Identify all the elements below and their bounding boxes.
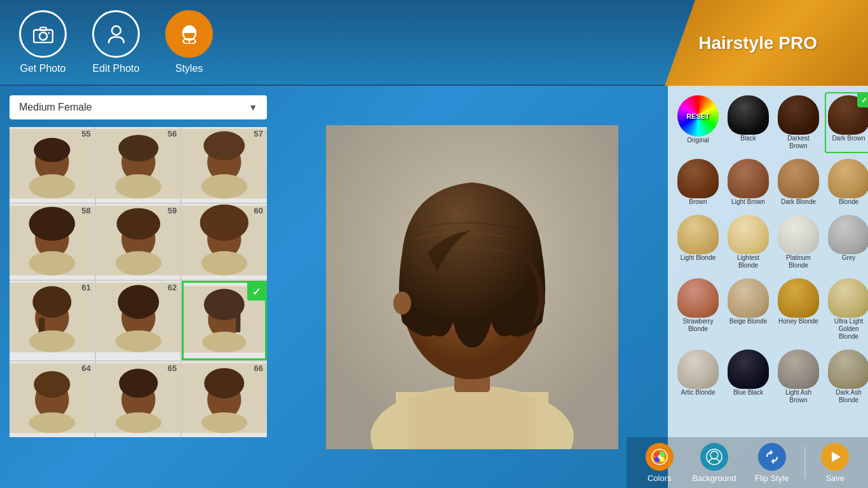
style-cell-56[interactable]: 56 (96, 127, 181, 203)
main-content: Medium Female ▼ 55 (0, 86, 868, 488)
get-photo-label: Get Photo (20, 63, 65, 74)
nav-styles[interactable]: Styles (165, 10, 213, 74)
swatch-label-platinum: Platinum Blonde (778, 254, 819, 269)
photo-frame (326, 125, 618, 449)
styles-grid: 55 56 57 (10, 127, 267, 437)
svg-rect-2 (40, 27, 46, 30)
style-num-66: 66 (254, 363, 263, 373)
action-background[interactable]: Background (686, 440, 742, 486)
colors-label: Colors (648, 473, 672, 483)
nav-get-photo[interactable]: Get Photo (19, 10, 67, 74)
color-swatch-ultra-light-golden[interactable]: Ultra Light Golden Blonde (825, 275, 868, 344)
style-cell-61[interactable]: 61 (10, 281, 95, 360)
color-swatch-black[interactable]: Black (724, 92, 772, 153)
svg-point-1 (39, 32, 47, 40)
photo-panel (276, 86, 668, 488)
color-swatch-blue-black[interactable]: Blue Black (724, 346, 772, 407)
swatch-label-original: Original (687, 137, 709, 144)
color-swatch-artic-blonde[interactable]: Artic Blonde (674, 346, 722, 407)
color-swatch-dark-blonde[interactable]: Dark Blonde (775, 156, 822, 209)
colors-panel: RESET Original Black Darkest Brown ✓ Dar… (668, 86, 868, 488)
style-cell-60[interactable]: 60 (182, 204, 267, 280)
svg-point-18 (204, 131, 245, 160)
swatch-label-darkest-brown: Darkest Brown (778, 135, 819, 150)
swatch-label-blue-black: Blue Black (733, 389, 763, 396)
svg-point-15 (115, 174, 161, 198)
svg-point-56 (205, 368, 245, 398)
nav-edit-photo[interactable]: Edit Photo (92, 10, 140, 74)
style-cell-55[interactable]: 55 (10, 127, 95, 203)
swatch-label-black: Black (740, 135, 756, 142)
svg-point-27 (115, 251, 161, 275)
svg-point-36 (29, 330, 76, 352)
svg-point-34 (32, 286, 71, 318)
color-swatch-darkest-brown[interactable]: Darkest Brown (775, 92, 822, 153)
style-cell-63[interactable]: ✓ (182, 281, 267, 360)
svg-point-72 (393, 292, 411, 315)
style-cell-64[interactable]: 64 (10, 362, 95, 437)
bottom-bar: Colors Background Flip Style (627, 437, 868, 488)
color-swatch-strawberry[interactable]: Strawberry Blonde (674, 275, 722, 344)
swatch-label-light-ash: Light Ash Brown (778, 389, 819, 404)
svg-point-3 (48, 32, 50, 34)
color-swatch-beige-blonde[interactable]: Beige Blonde (724, 275, 772, 344)
style-cell-58[interactable]: 58 (10, 204, 95, 280)
background-icon (700, 443, 728, 471)
color-swatch-blonde[interactable]: Blonde (825, 156, 868, 209)
swatch-label-ultra-light-golden: Ultra Light Golden Blonde (828, 318, 868, 341)
color-swatch-honey[interactable]: Honey Blonde (775, 275, 822, 344)
action-flip-style[interactable]: Flip Style (749, 440, 795, 486)
svg-point-23 (29, 251, 76, 275)
color-swatch-light-ash[interactable]: Light Ash Brown (775, 346, 822, 407)
color-swatch-original[interactable]: RESET Original (674, 92, 722, 153)
svg-point-49 (29, 412, 76, 433)
style-num-64: 64 (81, 363, 90, 373)
color-selected-check: ✓ (857, 93, 868, 107)
style-cell-62[interactable]: 62 (96, 281, 181, 360)
color-swatch-platinum[interactable]: Platinum Blonde (775, 212, 822, 273)
svg-point-48 (34, 371, 70, 398)
flip-style-label: Flip Style (755, 473, 789, 483)
colors-icon (646, 443, 674, 471)
svg-marker-81 (832, 452, 841, 462)
style-cell-59[interactable]: 59 (96, 204, 181, 280)
color-swatch-light-brown[interactable]: Light Brown (724, 156, 772, 209)
style-num-55: 55 (81, 129, 90, 139)
style-cell-66[interactable]: 66 (182, 362, 267, 437)
style-num-57: 57 (254, 129, 263, 139)
background-label: Background (692, 473, 736, 483)
color-swatch-brown[interactable]: Brown (674, 156, 722, 209)
swatch-label-beige-blonde: Beige Blonde (729, 318, 768, 325)
style-cell-57[interactable]: 57 (182, 127, 267, 203)
color-swatch-lightest-blonde[interactable]: Lightest Blonde (724, 212, 772, 273)
svg-point-14 (118, 135, 158, 161)
colors-grid: RESET Original Black Darkest Brown ✓ Dar… (674, 92, 862, 407)
save-icon (821, 443, 849, 471)
dropdown-arrow-icon: ▼ (248, 102, 257, 112)
svg-point-31 (201, 251, 248, 275)
action-colors[interactable]: Colors (639, 440, 680, 486)
camera-icon (19, 10, 67, 58)
swatch-label-strawberry: Strawberry Blonde (677, 318, 719, 333)
svg-point-26 (116, 208, 160, 240)
color-swatch-dark-brown[interactable]: ✓ Dark Brown (825, 92, 868, 153)
style-num-62: 62 (168, 283, 177, 292)
style-category-dropdown[interactable]: Medium Female ▼ (10, 95, 267, 119)
svg-point-57 (201, 412, 248, 433)
style-cell-65[interactable]: 65 (96, 362, 181, 437)
svg-point-30 (200, 205, 248, 241)
style-num-61: 61 (81, 283, 90, 292)
action-save[interactable]: Save (815, 440, 855, 486)
color-swatch-dark-ash-blonde[interactable]: Dark Ash Blonde (825, 346, 868, 407)
reset-text: RESET (686, 112, 710, 120)
color-swatch-grey[interactable]: Grey (825, 212, 868, 273)
swatch-label-artic-blonde: Artic Blonde (681, 389, 715, 396)
svg-point-78 (658, 455, 661, 459)
style-num-59: 59 (168, 206, 177, 215)
color-swatch-light-blonde[interactable]: Light Blonde (674, 212, 722, 273)
style-num-65: 65 (168, 363, 177, 373)
svg-point-10 (34, 138, 70, 162)
svg-point-19 (201, 174, 248, 198)
svg-point-22 (29, 207, 76, 241)
svg-point-52 (119, 369, 158, 398)
